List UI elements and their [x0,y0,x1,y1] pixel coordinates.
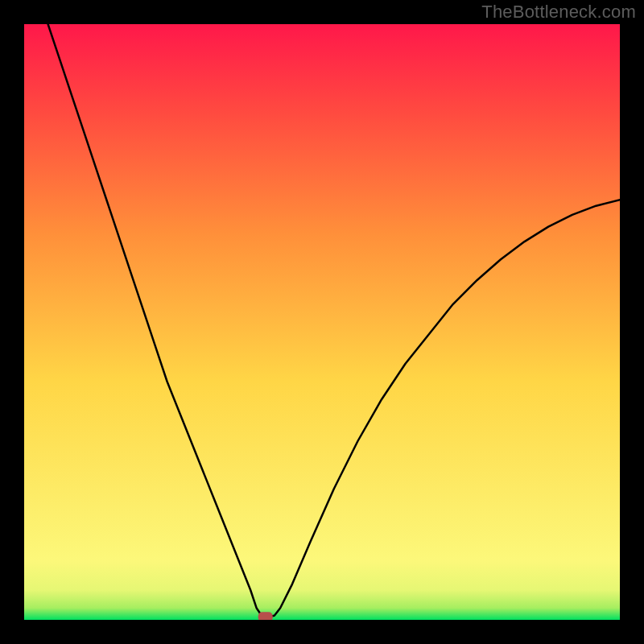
gradient-background [24,24,620,620]
optimal-marker [258,612,273,620]
chart-svg [24,24,620,620]
plot-area [24,24,620,620]
watermark-text: TheBottleneck.com [481,2,636,23]
chart-container: TheBottleneck.com [0,0,644,644]
